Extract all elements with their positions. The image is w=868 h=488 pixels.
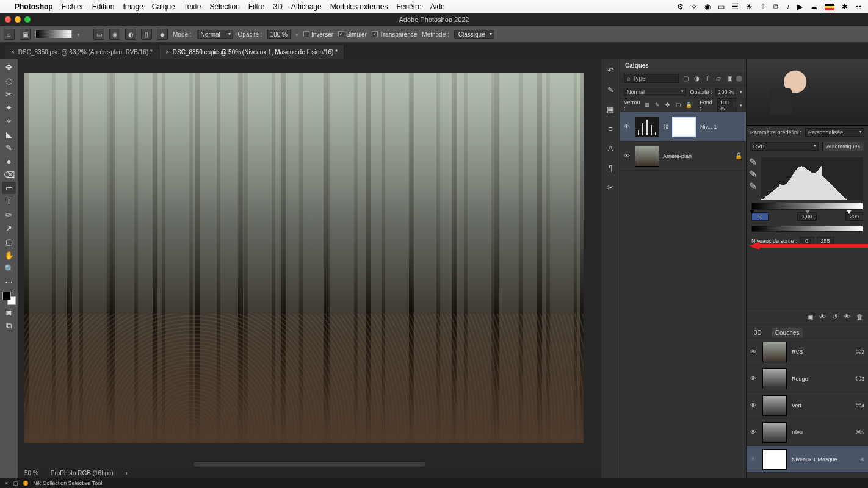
grad-reflected-icon[interactable]: ▯ [141, 29, 152, 40]
document-canvas[interactable] [24, 73, 584, 443]
tab-couches[interactable]: Couches [772, 328, 803, 338]
zoom-level[interactable]: 50 % [24, 470, 38, 476]
channel-row[interactable]: 👁 Vert ⌘4 [747, 392, 868, 419]
tray-icon[interactable]: ✧ [691, 2, 697, 11]
history-icon[interactable]: ↶ [605, 65, 616, 76]
delete-icon[interactable]: 🗑 [856, 313, 863, 321]
adjustment-thumb[interactable] [635, 117, 659, 137]
reset-icon[interactable]: ↺ [832, 313, 837, 321]
chevron-right-icon[interactable]: › [126, 470, 128, 476]
filter-adjust-icon[interactable]: ◑ [692, 74, 701, 83]
menu-aide[interactable]: Aide [430, 2, 445, 11]
channel-row[interactable]: 👁 Niveaux 1 Masque & [747, 446, 868, 473]
filter-type-select[interactable]: ⌕Type [624, 74, 679, 83]
eraser-tool-icon[interactable]: ⌫ [2, 168, 16, 181]
expand-icon[interactable]: ▢ [13, 480, 18, 486]
layer-row[interactable]: 👁 ⛓ Niv... 1 [620, 112, 746, 142]
tray-icon[interactable]: ⇧ [760, 2, 766, 11]
chevron-down-icon[interactable]: ▾ [740, 103, 742, 108]
pen-tool-icon[interactable]: ✑ [2, 209, 16, 221]
tray-icon[interactable]: ◉ [704, 2, 711, 11]
type-tool-icon[interactable]: T [2, 195, 16, 207]
lock-pixels-icon[interactable]: ✎ [655, 102, 662, 109]
menubar-app[interactable]: Photoshop [15, 2, 53, 11]
lock-transparency-icon[interactable]: ▦ [645, 102, 651, 109]
document-tab[interactable]: ×DSC_8350.psd @ 63,2% (Arrière-plan, RVB… [5, 45, 159, 59]
channel-row[interactable]: 👁 Rouge ⌘3 [747, 365, 868, 392]
channel-row[interactable]: 👁 RVB ⌘2 [747, 339, 868, 365]
lasso-tool-icon[interactable]: ✂ [2, 88, 16, 100]
screenmode-icon[interactable]: ⧉ [2, 320, 16, 332]
bottom-tool-label[interactable]: Nik Collection Selective Tool [33, 480, 102, 486]
eyedropper-tool-icon[interactable]: ◣ [2, 128, 16, 140]
tray-icon[interactable]: ☁ [810, 2, 817, 11]
mask-thumb[interactable] [672, 117, 696, 137]
chevron-down-icon[interactable]: ▾ [740, 90, 742, 95]
tray-icon[interactable]: ☀ [746, 2, 753, 11]
layers-panel-title[interactable]: Calques [620, 59, 746, 72]
menu-3d[interactable]: 3D [273, 2, 283, 11]
menu-fenetre[interactable]: Fenêtre [396, 2, 421, 11]
tray-icon[interactable]: ♪ [786, 2, 790, 11]
close-icon[interactable]: × [165, 49, 169, 56]
document-tab[interactable]: ×DSC_8350 copie @ 50% (Niveaux 1, Masque… [159, 45, 344, 59]
grad-radial-icon[interactable]: ◉ [109, 29, 120, 40]
move-tool-icon[interactable]: ✥ [2, 61, 16, 73]
flag-icon[interactable] [825, 4, 834, 10]
fill-value[interactable]: 100 % [717, 98, 736, 113]
lock-all-icon[interactable]: 🔒 [685, 102, 692, 109]
lock-artboard-icon[interactable]: ▢ [676, 102, 682, 109]
inverse-check[interactable]: Inverser [303, 31, 333, 38]
blend-mode-select[interactable]: Normal [624, 88, 686, 96]
filter-smart-icon[interactable]: ▣ [725, 74, 734, 83]
visibility-icon[interactable]: 👁 [750, 375, 758, 382]
menu-texte[interactable]: Texte [184, 2, 201, 11]
horizontal-scrollbar[interactable] [193, 461, 426, 467]
visibility-icon[interactable]: 👁 [750, 348, 758, 356]
method-select[interactable]: Classique [454, 30, 494, 39]
channel-select[interactable]: RVB [750, 142, 819, 151]
actions-icon[interactable]: ✂ [605, 182, 616, 193]
visibility-icon[interactable]: 👁 [750, 456, 758, 463]
brush-tool-icon[interactable]: ✎ [2, 142, 16, 154]
marquee-tool-icon[interactable]: ◌ [2, 74, 16, 87]
input-levels-slider[interactable] [751, 203, 863, 210]
character-icon[interactable]: A [605, 143, 616, 154]
filter-toggle[interactable] [736, 76, 742, 82]
shadow-handle[interactable] [750, 210, 754, 214]
hand-tool-icon[interactable]: ✋ [2, 249, 16, 261]
close-button[interactable] [5, 16, 11, 23]
filter-type-icon[interactable]: T [703, 74, 712, 83]
close-icon[interactable]: × [5, 480, 8, 486]
menu-image[interactable]: Image [123, 2, 143, 11]
menu-affichage[interactable]: Affichage [291, 2, 322, 11]
minimize-button[interactable] [15, 16, 21, 23]
channel-row[interactable]: 👁 Bleu ⌘5 [747, 419, 868, 446]
crop-tool-icon[interactable]: ✧ [2, 115, 16, 127]
gradient-swatch[interactable] [35, 30, 72, 38]
black-point-picker-icon[interactable]: ✎ [749, 156, 758, 165]
tray-icon[interactable]: ☰ [732, 2, 739, 11]
tray-icon[interactable]: ⚙ [677, 2, 684, 11]
highlight-handle[interactable] [847, 210, 852, 214]
swatches-icon[interactable]: ▦ [605, 104, 616, 115]
opacity-value[interactable]: 100 % [267, 30, 291, 39]
visibility-icon[interactable]: 👁 [624, 123, 631, 131]
zoom-button[interactable] [24, 16, 31, 23]
gray-point-picker-icon[interactable]: ✎ [749, 168, 758, 177]
properties-icon[interactable]: ≡ [605, 123, 616, 134]
layer-thumb[interactable] [635, 146, 659, 167]
view-previous-icon[interactable]: 👁 [819, 313, 826, 321]
link-icon[interactable]: ⛓ [663, 124, 668, 130]
brush-panel-icon[interactable]: ✎ [605, 84, 616, 95]
tray-icon[interactable]: ⧉ [773, 2, 779, 11]
wand-tool-icon[interactable]: ✦ [2, 101, 16, 113]
tab-3d[interactable]: 3D [750, 328, 765, 338]
paragraph-icon[interactable]: ¶ [605, 162, 616, 173]
menu-edition[interactable]: Edition [92, 2, 115, 11]
stamp-tool-icon[interactable]: ♠ [2, 155, 16, 167]
home-icon[interactable]: ⌂ [4, 29, 15, 40]
menu-filtre[interactable]: Filtre [248, 2, 265, 11]
clip-icon[interactable]: ▣ [807, 313, 813, 321]
preset-select[interactable]: Personnalisée▾ [805, 128, 864, 137]
